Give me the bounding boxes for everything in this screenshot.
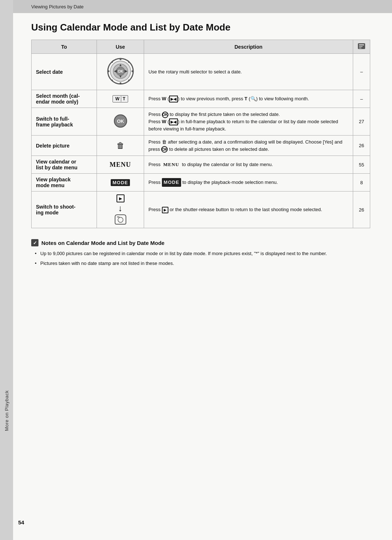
- table-row: Select date: [32, 54, 370, 90]
- row-1-use: OK ▲ ▼ ◀ ▶: [97, 54, 144, 90]
- ok-inline-icon: OK: [162, 112, 168, 118]
- row-6-page: 8: [353, 174, 370, 192]
- play-inline-icon: ▶: [162, 207, 168, 213]
- row-4-desc: Press 🗑 after selecting a date, and a co…: [144, 136, 353, 156]
- ok-inline-icon-2: OK: [161, 146, 168, 153]
- wide-icon-2: ▶◀: [169, 118, 178, 125]
- svg-point-23: [118, 217, 123, 222]
- row-7-page: 26: [353, 192, 370, 228]
- svg-point-13: [128, 80, 130, 81]
- row-1-page: –: [353, 54, 370, 90]
- table-row: Switch to shoot-ing mode ▶ ↓: [32, 192, 370, 228]
- row-1-to: Select date: [32, 54, 97, 90]
- col-header-desc: Description: [144, 40, 353, 54]
- svg-point-6: [119, 59, 121, 60]
- main-table: To Use Description Se: [31, 40, 370, 228]
- row-3-to: Switch to full-frame playback: [32, 108, 97, 136]
- mode-inline-icon: MODE: [162, 178, 181, 187]
- page-number: 54: [18, 519, 24, 525]
- row-3-desc: Press OK to display the first picture ta…: [144, 108, 353, 136]
- row-6-use: MODE: [97, 174, 144, 192]
- row-5-page: 55: [353, 156, 370, 174]
- table-row: Select month (cal-endar mode only) W T P…: [32, 90, 370, 108]
- row-5-use: MENU: [97, 156, 144, 174]
- row-2-page: –: [353, 90, 370, 108]
- rotary-dial-icon: OK ▲ ▼ ◀ ▶: [106, 57, 135, 86]
- svg-rect-2: [359, 46, 363, 47]
- wide-icon: ▶◀: [169, 96, 178, 102]
- col-header-to: To: [32, 40, 97, 54]
- shoot-mode-icons: ▶ ↓: [101, 194, 139, 225]
- row-4-to: Delete picture: [32, 136, 97, 156]
- side-tab-label: More on Playback: [4, 390, 9, 431]
- svg-text:OK: OK: [118, 69, 123, 73]
- svg-text:OK: OK: [117, 118, 124, 124]
- svg-point-10: [111, 61, 113, 63]
- row-2-use: W T: [97, 90, 144, 108]
- menu-inline-icon: MENU: [162, 160, 181, 169]
- notes-list: Up to 9,000 pictures can be registered i…: [31, 250, 370, 267]
- row-7-desc: Press ▶ or the shutter-release button to…: [144, 192, 353, 228]
- notes-title-text: Notes on Calendar Mode and List by Date …: [41, 240, 164, 246]
- row-1-desc: Use the rotary multi selector to select …: [144, 54, 353, 90]
- svg-text:▼: ▼: [119, 74, 122, 78]
- row-5-desc: Press MENU to display the calendar or li…: [144, 156, 353, 174]
- notes-section: ✓ Notes on Calendar Mode and List by Dat…: [31, 239, 370, 267]
- play-button-icon: ▶: [117, 194, 124, 202]
- mode-button-icon: MODE: [111, 179, 130, 186]
- row-5-to: View calendar orlist by date menu: [32, 156, 97, 174]
- svg-point-9: [131, 70, 133, 72]
- table-row: View playbackmode menu MODE Press MODE t…: [32, 174, 370, 192]
- row-3-use: OK: [97, 108, 144, 136]
- note-item-2: Pictures taken with no date stamp are no…: [35, 260, 370, 267]
- row-7-to: Switch to shoot-ing mode: [32, 192, 97, 228]
- down-arrow-icon: ↓: [118, 204, 123, 213]
- table-row: View calendar orlist by date menu MENU P…: [32, 156, 370, 174]
- menu-button-icon: MENU: [108, 160, 132, 169]
- side-tab: More on Playback: [0, 0, 13, 540]
- row-4-use: 🗑: [97, 136, 144, 156]
- row-6-to: View playbackmode menu: [32, 174, 97, 192]
- svg-text:▶: ▶: [124, 69, 128, 73]
- row-2-desc: Press W (▶◀) to view previous month, pre…: [144, 90, 353, 108]
- section-title: Viewing Pictures by Date: [31, 4, 83, 9]
- section-header: Viewing Pictures by Date: [13, 0, 392, 13]
- delete-icon: 🗑: [117, 141, 124, 150]
- table-row: Delete picture 🗑 Press 🗑 after selecting…: [32, 136, 370, 156]
- svg-text:▲: ▲: [119, 63, 122, 67]
- svg-point-11: [128, 61, 130, 63]
- note-item-1: Up to 9,000 pictures can be registered i…: [35, 250, 370, 258]
- svg-point-12: [111, 80, 113, 81]
- page-title: Using Calendar Mode and List by Date Mod…: [31, 22, 370, 33]
- row-4-page: 26: [353, 136, 370, 156]
- row-6-desc: Press MODE to display the playback-mode …: [144, 174, 353, 192]
- notes-title: ✓ Notes on Calendar Mode and List by Dat…: [31, 239, 370, 246]
- shutter-icon: [114, 214, 127, 225]
- svg-text:◀: ◀: [114, 69, 117, 73]
- table-row: Switch to full-frame playback OK Press O…: [32, 108, 370, 136]
- row-2-to: Select month (cal-endar mode only): [32, 90, 97, 108]
- ok-button-icon: OK: [113, 114, 128, 128]
- svg-point-7: [119, 82, 121, 84]
- row-3-page: 27: [353, 108, 370, 136]
- checkmark-icon: ✓: [31, 239, 38, 246]
- row-7-use: ▶ ↓: [97, 192, 144, 228]
- col-header-page: [353, 40, 370, 54]
- svg-rect-3: [359, 48, 362, 48]
- col-header-use: Use: [97, 40, 144, 54]
- wt-icon: W T: [113, 95, 128, 102]
- svg-point-8: [107, 70, 109, 72]
- svg-rect-1: [359, 44, 364, 45]
